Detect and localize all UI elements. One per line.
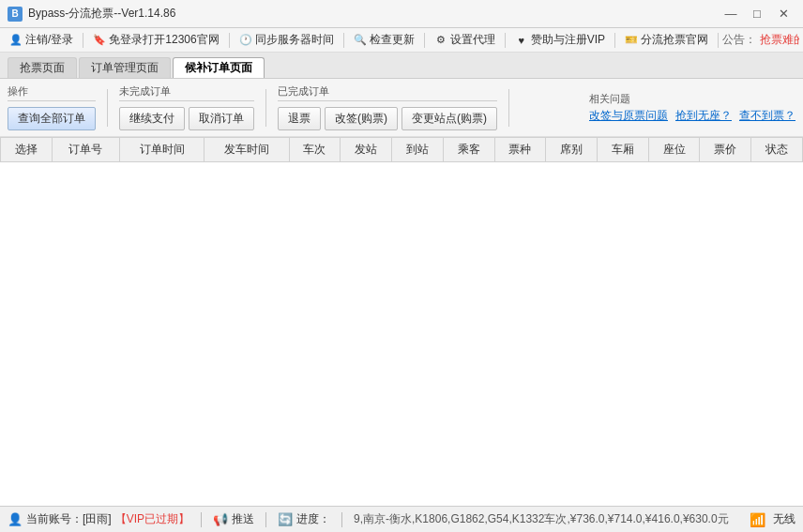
col-status: 状态 (751, 138, 803, 162)
divider-2 (265, 89, 266, 127)
info-section: 9,南京-衡水,K1806,G1862,G54,K1332车次,¥736.0,¥… (354, 511, 729, 527)
col-from-station: 发站 (341, 138, 392, 162)
cancel-order-button[interactable]: 取消订单 (189, 107, 254, 130)
set-proxy-icon: ⚙ (434, 34, 447, 47)
main-content: 操作 查询全部订单 未完成订单 继续支付 取消订单 已完成订单 退票 改签(购票… (0, 79, 803, 506)
status-sep-3 (341, 512, 342, 527)
menu-help-vip[interactable]: ♥ 赞助与注册VIP (509, 30, 611, 50)
col-train-no: 车次 (289, 138, 341, 162)
action-bar: 操作 查询全部订单 未完成订单 继续支付 取消订单 已完成订单 退票 改签(购票… (0, 79, 803, 137)
sync-time-icon: 🕐 (239, 34, 252, 47)
menu-sep-5 (505, 33, 506, 48)
related-links: 改签与原票问题 抢到无座？ 查不到票？ (589, 108, 795, 124)
app-icon: B (8, 7, 23, 22)
menu-bypass[interactable]: 🎫 分流抢票官网 (619, 30, 714, 50)
change-sign-button[interactable]: 改签(购票) (325, 107, 398, 130)
push-section: 📢 推送 (213, 511, 254, 527)
progress-section: 🔄 进度： (278, 511, 330, 527)
minimize-button[interactable]: — (719, 4, 743, 24)
menu-login[interactable]: 👤 注销/登录 (4, 30, 79, 50)
menu-sep-6 (614, 33, 615, 48)
progress-label: 进度： (296, 511, 330, 527)
quick-login-icon: 🔖 (93, 34, 106, 47)
link-no-ticket[interactable]: 查不到票？ (739, 108, 795, 124)
menu-sep-2 (229, 33, 230, 48)
divider-3 (508, 89, 509, 127)
query-all-orders-button[interactable]: 查询全部订单 (8, 107, 96, 130)
bypass-icon: 🎫 (625, 34, 638, 47)
col-depart-time: 发车时间 (205, 138, 289, 162)
incomplete-label: 未完成订单 (119, 84, 254, 101)
account-icon: 👤 (8, 512, 23, 526)
menu-sync-time[interactable]: 🕐 同步服务器时间 (234, 30, 340, 50)
menu-quick-login[interactable]: 🔖 免登录打开12306官网 (87, 30, 224, 50)
vip-badge: 【VIP已过期】 (115, 511, 189, 527)
tab-order-mgr[interactable]: 订单管理页面 (79, 57, 171, 78)
operation-label: 操作 (8, 84, 96, 101)
push-label: 推送 (232, 511, 254, 527)
complete-buttons: 退票 改签(购票) 变更站点(购票) (278, 107, 497, 130)
col-seat-no: 座位 (648, 138, 700, 162)
link-no-seat[interactable]: 抢到无座？ (675, 108, 732, 124)
col-passenger: 乘客 (443, 138, 494, 162)
menu-sep-4 (424, 33, 425, 48)
maximize-button[interactable]: □ (745, 4, 769, 24)
menu-help-vip-label: 赞助与注册VIP (531, 32, 605, 48)
menu-check-update[interactable]: 🔍 检查更新 (348, 30, 420, 50)
announcement-text: 抢票难的是坚持，放弃就是给别人机会! (760, 32, 799, 48)
progress-icon: 🔄 (278, 512, 293, 526)
menu-sep-1 (83, 33, 83, 48)
push-icon: 📢 (213, 512, 228, 526)
help-vip-icon: ♥ (515, 34, 528, 47)
info-text: 9,南京-衡水,K1806,G1862,G54,K1332车次,¥736.0,¥… (354, 511, 729, 527)
menu-sep-3 (343, 33, 344, 48)
menu-set-proxy-label: 设置代理 (450, 32, 495, 48)
status-sep-2 (265, 512, 266, 527)
wifi-label: 无线 (773, 511, 795, 527)
col-select: 选择 (1, 138, 53, 162)
tab-bar: 抢票页面 订单管理页面 候补订单页面 (0, 53, 803, 79)
operation-buttons: 查询全部订单 (8, 107, 96, 130)
menu-sync-time-label: 同步服务器时间 (255, 32, 334, 48)
operation-section: 操作 查询全部订单 (8, 84, 96, 130)
link-change-sign-issue[interactable]: 改签与原票问题 (589, 108, 668, 124)
announcement-label: 公告： (722, 32, 756, 48)
orders-table-container: 选择 订单号 订单时间 发车时间 车次 发站 到站 乘客 票种 席别 车厢 座位… (0, 137, 803, 506)
status-bar: 👤 当前账号：[田雨] 【VIP已过期】 📢 推送 🔄 进度： 9,南京-衡水,… (0, 506, 803, 532)
check-update-icon: 🔍 (354, 34, 367, 47)
change-station-button[interactable]: 变更站点(购票) (402, 107, 497, 130)
account-section: 👤 当前账号：[田雨] 【VIP已过期】 (8, 511, 189, 527)
continue-pay-button[interactable]: 继续支付 (119, 107, 185, 130)
table-header-row: 选择 订单号 订单时间 发车时间 车次 发站 到站 乘客 票种 席别 车厢 座位… (1, 138, 803, 162)
login-icon: 👤 (9, 34, 23, 47)
account-label: 当前账号：[田雨] (26, 511, 112, 527)
col-ticket-type: 票种 (494, 138, 546, 162)
related-section: 相关问题 改签与原票问题 抢到无座？ 查不到票？ (589, 92, 795, 124)
tab-ticket[interactable]: 抢票页面 (8, 57, 77, 78)
col-seat-class: 席别 (546, 138, 598, 162)
window-controls: — □ ✕ (719, 4, 795, 24)
close-button[interactable]: ✕ (771, 4, 795, 24)
orders-table: 选择 订单号 订单时间 发车时间 车次 发站 到站 乘客 票种 席别 车厢 座位… (0, 137, 803, 162)
wifi-icon: 📶 (750, 512, 765, 527)
complete-section: 已完成订单 退票 改签(购票) 变更站点(购票) (278, 84, 497, 130)
col-order-no: 订单号 (52, 138, 119, 162)
menu-bar: 👤 注销/登录 🔖 免登录打开12306官网 🕐 同步服务器时间 🔍 检查更新 … (0, 28, 803, 53)
menu-check-update-label: 检查更新 (370, 32, 415, 48)
related-label: 相关问题 (589, 92, 795, 106)
divider-1 (107, 89, 108, 127)
menu-set-proxy[interactable]: ⚙ 设置代理 (429, 30, 501, 50)
window-title: Bypass-分流抢票--Ver1.14.86 (28, 6, 175, 22)
incomplete-buttons: 继续支付 取消订单 (119, 107, 254, 130)
col-to-station: 到站 (392, 138, 444, 162)
menu-sep-7 (718, 33, 719, 48)
refund-button[interactable]: 退票 (278, 107, 321, 130)
tab-supplement[interactable]: 候补订单页面 (173, 57, 265, 78)
menu-login-label: 注销/登录 (25, 32, 73, 48)
col-order-time: 订单时间 (120, 138, 205, 162)
incomplete-section: 未完成订单 继续支付 取消订单 (119, 84, 254, 130)
menu-quick-login-label: 免登录打开12306官网 (109, 32, 219, 48)
col-price: 票价 (700, 138, 751, 162)
announcement: 公告： 抢票难的是坚持，放弃就是给别人机会! (722, 32, 799, 48)
col-car-no: 车厢 (597, 138, 648, 162)
